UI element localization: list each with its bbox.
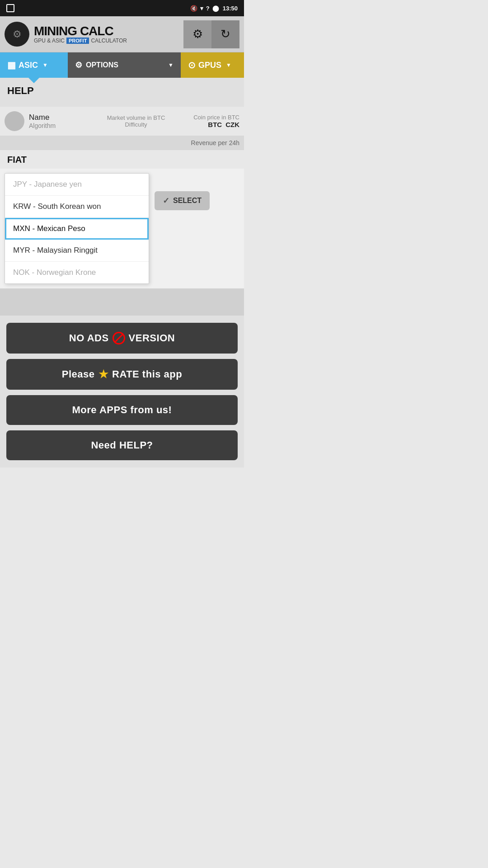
nav-options[interactable]: ⚙ OPTIONS ▼ xyxy=(68,52,181,78)
market-volume-label: Market volume in BTC xyxy=(83,114,189,121)
gray-spacer xyxy=(0,288,244,316)
gpus-dropdown-arrow-icon: ▼ xyxy=(226,62,231,68)
status-square-icon xyxy=(6,4,14,12)
options-sliders-icon: ⚙ xyxy=(75,60,82,70)
name-algo-header: Name Algorithm xyxy=(29,113,79,129)
asic-label: ASIC xyxy=(19,61,38,70)
nav-bar: ▦ ASIC ▼ ⚙ OPTIONS ▼ ⊙ GPUS ▼ xyxy=(0,52,244,78)
btc-label: BTC xyxy=(208,121,222,128)
coin-price-header: Coin price in BTC BTC CZK xyxy=(193,114,239,128)
name-header-label: Name xyxy=(29,113,79,122)
asic-dropdown-arrow-icon: ▼ xyxy=(42,62,48,68)
btc-czk-labels: BTC CZK xyxy=(193,121,239,128)
fiat-section: FIAT xyxy=(0,150,244,169)
fiat-dropdown-area: JPY - Japanese yenKRW - South Korean won… xyxy=(0,169,244,288)
dropdown-item-nok[interactable]: NOK - Norwegian Krone xyxy=(5,262,149,283)
options-dropdown-arrow-icon: ▼ xyxy=(168,62,174,68)
star-icon: ★ xyxy=(99,368,109,381)
check-icon: ✓ xyxy=(163,196,169,206)
app-header: ⚙ MINING MINING CALCCALC GPU & ASIC PROF… xyxy=(0,16,244,52)
profit-badge: PROFIT xyxy=(66,38,89,44)
status-right: 🔇 ▾ ? ⬤ 13:50 xyxy=(190,5,238,12)
no-ads-icon xyxy=(113,332,125,344)
market-volume-header: Market volume in BTC Difficulty xyxy=(83,114,189,128)
logo-text: MINING MINING CALCCALC GPU & ASIC PROFIT… xyxy=(34,25,127,44)
coin-price-label: Coin price in BTC xyxy=(193,114,239,121)
status-icons: 🔇 ▾ ? ⬤ xyxy=(190,5,219,12)
app-name: MINING MINING CALCCALC xyxy=(34,25,127,38)
calculator-text: CALCULATOR xyxy=(91,38,127,44)
status-time: 13:50 xyxy=(223,5,238,12)
no-ads-button[interactable]: NO ADS VERSION xyxy=(6,323,238,354)
asic-chip-icon: ▦ xyxy=(7,60,16,71)
czk-label: CZK xyxy=(225,121,239,128)
rate-button[interactable]: Please ★ RATE this app xyxy=(6,359,238,390)
more-apps-button[interactable]: More APPS from us! xyxy=(6,395,238,425)
algorithm-header-label: Algorithm xyxy=(29,122,79,129)
difficulty-label: Difficulty xyxy=(83,121,189,128)
wifi-icon: ▾ xyxy=(200,5,203,12)
logo-icon: ⚙ xyxy=(5,22,29,47)
coin-avatar-placeholder xyxy=(5,111,24,131)
fiat-title: FIAT xyxy=(7,155,237,165)
no-ads-version-text: VERSION xyxy=(129,332,175,344)
nav-gpus[interactable]: ⊙ GPUS ▼ xyxy=(181,52,244,78)
mute-icon: 🔇 xyxy=(190,5,197,12)
revenue-label: Revenue per 24h xyxy=(191,139,239,146)
settings-button[interactable]: ⚙ xyxy=(183,20,211,48)
gpus-label: GPUS xyxy=(198,61,221,70)
bottom-buttons: NO ADS VERSIONPlease ★ RATE this appMore… xyxy=(0,316,244,467)
column-headers: Name Algorithm Market volume in BTC Diff… xyxy=(0,107,244,136)
options-label: OPTIONS xyxy=(86,61,118,69)
help-title: HELP xyxy=(7,85,237,97)
status-left xyxy=(6,4,14,12)
header-buttons: ⚙ ↻ xyxy=(183,20,239,48)
fiat-dropdown-list: JPY - Japanese yenKRW - South Korean won… xyxy=(5,173,149,284)
dropdown-item-krw[interactable]: KRW - South Korean won xyxy=(5,196,149,218)
select-label: SELECT xyxy=(173,197,202,205)
app-subtitle: GPU & ASIC PROFIT CALCULATOR xyxy=(34,38,127,44)
gpu-fan-icon: ⊙ xyxy=(188,60,196,71)
revenue-row: Revenue per 24h xyxy=(0,136,244,150)
nav-asic[interactable]: ▦ ASIC ▼ xyxy=(0,52,68,78)
dropdown-item-myr[interactable]: MYR - Malaysian Ringgit xyxy=(5,240,149,262)
mining-text: MINING xyxy=(34,24,80,38)
help-button[interactable]: Need HELP? xyxy=(6,430,238,460)
refresh-button[interactable]: ↻ xyxy=(211,20,239,48)
select-button[interactable]: ✓ SELECT xyxy=(155,191,210,210)
rate-text: RATE this app xyxy=(112,368,182,380)
logo-area: ⚙ MINING MINING CALCCALC GPU & ASIC PROF… xyxy=(5,22,127,47)
dropdown-item-jpy[interactable]: JPY - Japanese yen xyxy=(5,174,149,196)
gpu-asic-text: GPU & ASIC xyxy=(34,38,65,44)
help-icon: ? xyxy=(206,5,210,12)
dropdown-item-mxn[interactable]: MXN - Mexican Peso xyxy=(5,218,149,240)
battery-icon: ⬤ xyxy=(212,5,219,12)
status-bar: 🔇 ▾ ? ⬤ 13:50 xyxy=(0,0,244,16)
